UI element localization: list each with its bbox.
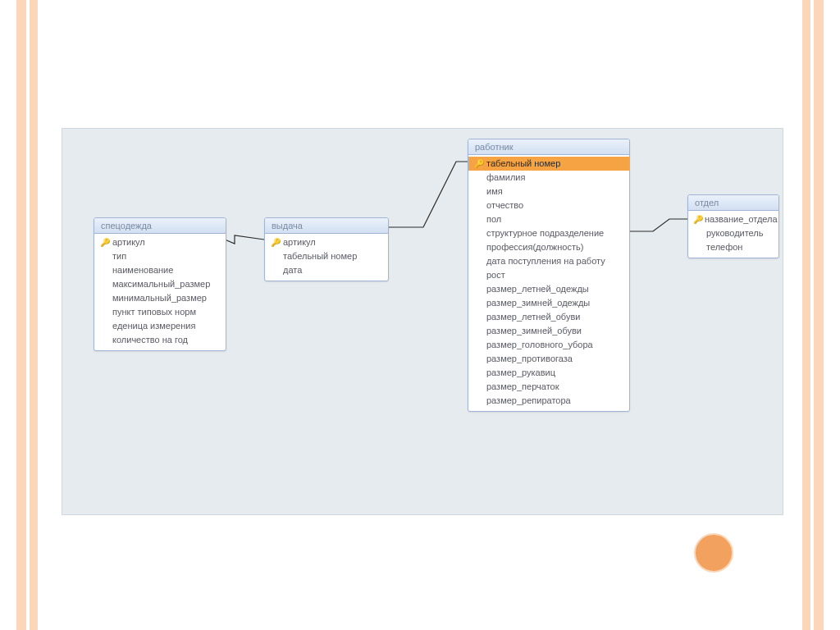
field-name: размер_зимней_одежды [485, 297, 590, 309]
field-name: пол [485, 213, 501, 226]
field-row[interactable]: профессия(должность) [468, 240, 629, 254]
field-row[interactable]: размер_рукавиц [468, 366, 629, 380]
field-row[interactable]: руководитель [688, 226, 778, 240]
decor-bar-left-1 [16, 0, 26, 630]
field-name: артикул [111, 236, 145, 249]
field-row[interactable]: 🔑артикул [265, 235, 388, 249]
field-row[interactable]: еденица измерения [94, 319, 226, 333]
field-row[interactable]: рост [468, 268, 629, 282]
field-name: фамилия [485, 171, 525, 184]
field-name: табельный номер [281, 250, 357, 262]
field-name: размер_головного_убора [485, 339, 593, 351]
field-row[interactable]: наименование [94, 263, 226, 277]
field-name: рост [485, 269, 505, 281]
diagram-canvas: спецодежда 🔑артикултипнаименованиемаксим… [62, 128, 783, 515]
table-title: работник [468, 139, 629, 155]
field-row[interactable]: размер_летней_обуви [468, 310, 629, 324]
field-row[interactable]: минимальный_размер [94, 291, 226, 305]
field-name: имя [485, 185, 503, 198]
field-row[interactable]: размер_головного_убора [468, 338, 629, 352]
primary-key-icon: 🔑 [270, 236, 281, 249]
field-name: размер_рукавиц [485, 367, 555, 379]
table-rabotnik[interactable]: работник 🔑табельный номерфамилияимяотчес… [468, 139, 630, 412]
field-name: дата [281, 264, 302, 276]
field-row[interactable]: пол [468, 212, 629, 226]
field-row[interactable]: 🔑артикул [94, 235, 226, 249]
field-row[interactable]: размер_перчаток [468, 380, 629, 394]
field-name: размер_перчаток [485, 381, 559, 393]
field-row[interactable]: размер_зимней_одежды [468, 296, 629, 310]
table-title: спецодежда [94, 218, 226, 234]
table-title: выдача [265, 218, 388, 234]
field-row[interactable]: количество на год [94, 333, 226, 347]
field-name: размер_противогаза [485, 353, 573, 365]
field-name: наименование [111, 264, 173, 276]
slide: спецодежда 🔑артикултипнаименованиемаксим… [0, 0, 840, 630]
field-row[interactable]: максимальный_размер [94, 277, 226, 291]
field-row[interactable]: дата поступления на работу [468, 254, 629, 268]
table-fields: 🔑артикултабельный номердата [265, 234, 388, 281]
field-row[interactable]: 🔑название_отдела [688, 212, 778, 226]
field-name: минимальный_размер [111, 292, 207, 304]
field-name: профессия(должность) [485, 241, 583, 253]
field-row[interactable]: отчество [468, 199, 629, 212]
field-name: руководитель [705, 227, 764, 240]
field-row[interactable]: размер_летней_одежды [468, 282, 629, 296]
field-row[interactable]: табельный номер [265, 249, 388, 263]
field-name: отчество [485, 199, 523, 212]
decor-bar-right-1 [814, 0, 824, 630]
field-name: табельный номер [485, 158, 560, 170]
decor-bar-left-2 [30, 0, 38, 630]
field-name: тип [111, 250, 126, 262]
primary-key-icon: 🔑 [473, 158, 485, 170]
field-name: количество на год [111, 334, 188, 346]
decor-circle-icon [694, 533, 733, 573]
field-row[interactable]: имя [468, 185, 629, 199]
field-row[interactable]: структурное подразделение [468, 226, 629, 240]
field-row[interactable]: пункт типовых норм [94, 305, 226, 319]
field-name: размер_летней_обуви [485, 311, 580, 323]
field-name: артикул [281, 236, 316, 249]
primary-key-icon: 🔑 [99, 236, 111, 249]
table-specodezhda[interactable]: спецодежда 🔑артикултипнаименованиемаксим… [94, 217, 226, 351]
table-fields: 🔑табельный номерфамилияимяотчествополстр… [468, 155, 629, 411]
field-row[interactable]: размер_репиратора [468, 394, 629, 408]
field-row[interactable]: дата [265, 263, 388, 277]
field-name: дата поступления на работу [485, 255, 605, 267]
field-name: размер_зимней_обуви [485, 325, 582, 337]
field-row[interactable]: телефон [688, 240, 778, 254]
field-name: размер_репиратора [485, 395, 571, 407]
field-name: размер_летней_одежды [485, 283, 589, 295]
table-fields: 🔑артикултипнаименованиемаксимальный_разм… [94, 234, 226, 350]
field-name: структурное подразделение [485, 227, 604, 240]
table-title: отдел [688, 195, 778, 211]
table-vydacha[interactable]: выдача 🔑артикултабельный номердата [264, 217, 389, 281]
field-name: максимальный_размер [111, 278, 210, 290]
field-name: пункт типовых норм [111, 306, 196, 318]
field-name: название_отдела [703, 213, 778, 226]
table-fields: 🔑название_отделаруководительтелефон [688, 211, 778, 258]
table-otdel[interactable]: отдел 🔑название_отделаруководительтелефо… [687, 194, 779, 258]
decor-bar-right-2 [802, 0, 810, 630]
field-row[interactable]: размер_зимней_обуви [468, 324, 629, 338]
field-name: телефон [705, 241, 742, 253]
field-row[interactable]: размер_противогаза [468, 352, 629, 366]
primary-key-icon: 🔑 [693, 213, 703, 226]
field-name: еденица измерения [111, 320, 195, 332]
field-row[interactable]: тип [94, 249, 226, 263]
field-row[interactable]: 🔑табельный номер [468, 157, 629, 171]
field-row[interactable]: фамилия [468, 171, 629, 185]
